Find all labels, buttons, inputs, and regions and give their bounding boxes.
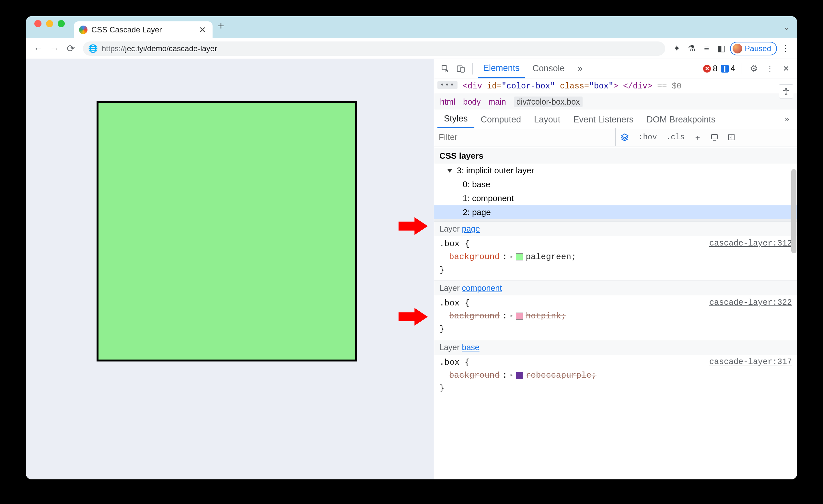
device-toolbar-button[interactable]: [454, 62, 467, 75]
dom-breadcrumb: html body main div#color-box.box: [434, 94, 797, 110]
css-value: palegreen;: [525, 250, 576, 263]
content-row: Elements Console » ✕ 8 ❙ 4 ⚙ ⋮ ✕: [26, 59, 797, 479]
color-swatch[interactable]: [516, 313, 523, 320]
browser-tab[interactable]: CSS Cascade Layer ✕: [74, 21, 212, 38]
style-rules: Layer page .box { cascade-layer:312 back…: [434, 221, 797, 399]
callout-arrow-icon: [398, 215, 428, 239]
tab-styles[interactable]: Styles: [438, 114, 474, 128]
site-info-icon[interactable]: 🌐: [88, 44, 98, 53]
callout-arrow-icon: [398, 306, 428, 329]
window-controls: [34, 16, 65, 38]
css-layers-section: CSS layers 3: implicit outer layer 0: ba…: [434, 146, 797, 221]
new-tab-button[interactable]: +: [212, 19, 229, 35]
css-property: background: [449, 369, 500, 382]
styles-filter-input[interactable]: [439, 132, 611, 142]
breadcrumb-html[interactable]: html: [440, 97, 455, 107]
toolbar-right: ✦ ⚗ ≡ ◧ Paused ⋮: [670, 42, 792, 55]
layer-tree-item-page[interactable]: 2: page: [434, 205, 797, 219]
expand-icon[interactable]: ▸: [510, 371, 514, 380]
rule-selector[interactable]: .box: [439, 239, 460, 249]
settings-button[interactable]: ⚙: [747, 62, 760, 75]
tab-elements[interactable]: Elements: [478, 59, 525, 78]
disclosure-triangle-icon[interactable]: [447, 169, 452, 173]
source-link[interactable]: cascade-layer:317: [709, 356, 792, 369]
expand-icon[interactable]: ▸: [510, 312, 514, 321]
tab-overflow[interactable]: »: [572, 59, 588, 78]
breadcrumb-selected[interactable]: div#color-box.box: [514, 97, 583, 107]
hov-toggle[interactable]: :hov: [634, 133, 662, 142]
cls-toggle[interactable]: .cls: [662, 133, 689, 142]
layer-link[interactable]: base: [462, 343, 479, 352]
breadcrumb-main[interactable]: main: [488, 97, 506, 107]
sidebar-toggle-icon[interactable]: [723, 134, 740, 141]
layer-tree-root[interactable]: 3: implicit outer layer: [434, 164, 797, 177]
dom-collapse-icon[interactable]: •••: [438, 81, 458, 89]
tab-search-button[interactable]: ⌄: [784, 23, 790, 32]
panel-icon[interactable]: ◧: [715, 42, 728, 55]
rule-selector[interactable]: .box: [439, 358, 460, 367]
css-declaration[interactable]: background: ▸ rebeccapurple;: [439, 369, 792, 382]
styles-tabs-overflow[interactable]: »: [780, 114, 794, 128]
devtools-close-button[interactable]: ✕: [780, 62, 793, 75]
layer-tree-item-base[interactable]: 0: base: [434, 177, 797, 191]
layer-label: Layer component: [439, 284, 502, 293]
paused-label: Paused: [745, 44, 771, 53]
css-declaration[interactable]: background: ▸ palegreen;: [439, 250, 792, 263]
devtools-menu-button[interactable]: ⋮: [764, 62, 776, 75]
tab-event-listeners[interactable]: Event Listeners: [567, 115, 640, 128]
css-property: background: [449, 250, 500, 263]
devtools-panel: Elements Console » ✕ 8 ❙ 4 ⚙ ⋮ ✕: [434, 59, 797, 479]
scrollbar[interactable]: [791, 169, 796, 253]
omnibox[interactable]: 🌐 https://jec.fyi/demo/cascade-layer: [83, 41, 665, 56]
tab-computed[interactable]: Computed: [474, 115, 528, 128]
overflow-menu-button[interactable]: ⋮: [779, 42, 792, 55]
close-window-button[interactable]: [34, 20, 41, 27]
layer-link[interactable]: page: [462, 224, 480, 233]
layer-tree-item-component[interactable]: 1: component: [434, 191, 797, 205]
tab-console[interactable]: Console: [527, 59, 570, 78]
lab-icon[interactable]: ⚗: [685, 42, 698, 55]
dom-tree[interactable]: ••• <div id="color-box" class="box"> </d…: [434, 78, 797, 94]
css-declaration[interactable]: background: ▸ hotpink;: [439, 310, 792, 323]
layers-toggle-icon[interactable]: [616, 133, 634, 142]
browser-window: CSS Cascade Layer ✕ + ⌄ ← → ⟳ 🌐 https://…: [26, 16, 797, 479]
info-icon: ❙: [721, 65, 729, 72]
source-link[interactable]: cascade-layer:322: [709, 297, 792, 309]
address-bar: ← → ⟳ 🌐 https://jec.fyi/demo/cascade-lay…: [26, 38, 797, 59]
style-rule: Layer component .box { cascade-layer:322…: [434, 281, 797, 340]
color-swatch[interactable]: [516, 372, 523, 379]
new-style-rule-button[interactable]: ＋: [689, 132, 706, 143]
maximize-window-button[interactable]: [58, 20, 65, 27]
layer-link[interactable]: component: [462, 284, 502, 293]
error-badge[interactable]: ✕ 8: [703, 63, 717, 73]
css-value: rebeccapurple;: [525, 369, 596, 382]
expand-icon[interactable]: ▸: [510, 253, 514, 262]
tab-strip: CSS Cascade Layer ✕ + ⌄: [26, 16, 797, 38]
minimize-window-button[interactable]: [46, 20, 53, 27]
forward-button[interactable]: →: [47, 41, 61, 56]
profile-paused-chip[interactable]: Paused: [730, 42, 777, 55]
computed-toggle-icon[interactable]: [706, 134, 723, 141]
svg-rect-3: [711, 134, 717, 139]
avatar: [732, 44, 742, 53]
tab-close-button[interactable]: ✕: [198, 25, 207, 35]
reload-button[interactable]: ⟳: [63, 41, 78, 56]
breadcrumb-body[interactable]: body: [463, 97, 481, 107]
extensions-icon[interactable]: ✦: [670, 42, 683, 55]
dom-selected-line[interactable]: <div id="color-box" class="box"> </div> …: [434, 81, 797, 92]
url-text: https://jec.fyi/demo/cascade-layer: [102, 44, 217, 53]
source-link[interactable]: cascade-layer:312: [709, 237, 792, 250]
error-icon: ✕: [703, 65, 711, 72]
devtools-top-toolbar: Elements Console » ✕ 8 ❙ 4 ⚙ ⋮ ✕: [434, 59, 797, 78]
accessibility-icon[interactable]: [779, 84, 793, 99]
rule-selector[interactable]: .box: [439, 298, 460, 308]
color-swatch[interactable]: [516, 253, 523, 261]
back-button[interactable]: ←: [31, 41, 45, 56]
reading-list-icon[interactable]: ≡: [700, 42, 713, 55]
inspect-element-button[interactable]: [439, 62, 452, 75]
tab-layout[interactable]: Layout: [527, 115, 567, 128]
tab-dom-breakpoints[interactable]: DOM Breakpoints: [640, 115, 722, 128]
css-property: background: [449, 310, 500, 323]
layer-label: Layer base: [439, 343, 480, 352]
info-badge[interactable]: ❙ 4: [721, 63, 735, 73]
